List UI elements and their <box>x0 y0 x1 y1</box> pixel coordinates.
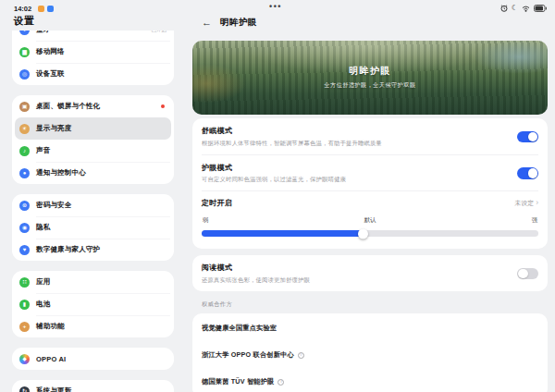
reading-mode-title: 阅读模式 <box>202 263 310 273</box>
sidebar-item-device-connect[interactable]: ◎ 设备互联 <box>12 63 174 85</box>
digital-wellbeing-icon: ♥ <box>19 245 30 255</box>
sidebar-group-connectivity: ∗ 蓝牙 已开启 ▆ 移动网络 ◎ 设备互联 <box>12 31 174 85</box>
eye-care-settings-card: 舒眠模式 根据环境和人体节律特性，智能调节屏幕色温，有助于提升睡眠质量 护眼模式… <box>192 118 548 249</box>
sidebar-item-bluetooth[interactable]: ∗ 蓝牙 已开启 <box>12 31 174 41</box>
partners-card: 视觉健康全国重点实验室 浙江大学 OPPO 联合创新中心 德国莱茵 TÜV 智能… <box>192 313 548 392</box>
password-security-icon: ⊙ <box>19 201 30 211</box>
battery-icon: ▮ <box>19 300 30 310</box>
partner-row-tuv-rheinland[interactable]: 德国莱茵 TÜV 智能护眼 <box>202 369 538 392</box>
status-icons: ☾ <box>500 5 547 12</box>
red-badge-dot <box>161 104 165 108</box>
sleep-mode-desc: 根据环境和人体节律特性，智能调节屏幕色温，有助于提升睡眠质量 <box>202 140 382 148</box>
sidebar-item-accessibility[interactable]: + 辅助功能 <box>12 315 174 337</box>
battery-icon <box>534 5 547 12</box>
privacy-icon: ◉ <box>19 223 30 233</box>
page-title: 设置 <box>14 15 34 28</box>
banner-subtitle: 全方位舒适护眼，全天候守护双眼 <box>192 81 548 90</box>
slider-fill <box>202 230 364 237</box>
sidebar-item-battery[interactable]: ▮ 电池 <box>12 293 174 315</box>
sidebar-item-system-update[interactable]: ↻ 系统与更新 <box>12 380 174 392</box>
sidebar-item-display-brightness[interactable]: ☀ 显示与亮度 <box>15 117 171 140</box>
scheduled-on-row[interactable]: 定时开启 未设定 › <box>202 190 538 214</box>
partners-section-label: 权威合作方 <box>202 300 548 309</box>
sidebar-group-system: ↻ 系统与更新 <box>12 380 174 392</box>
toggle-knob <box>528 168 538 178</box>
sidebar-group-oppo-ai: ◆ OPPO AI <box>12 348 174 370</box>
notification-icons <box>38 6 54 12</box>
app-notification-icon <box>38 6 44 12</box>
strength-slider-track[interactable] <box>202 230 538 237</box>
sound-icon: ♪ <box>19 146 30 156</box>
sidebar-item-digital-wellbeing[interactable]: ♥ 数字健康与家人守护 <box>12 239 174 261</box>
eye-protection-title: 护眼模式 <box>202 163 346 173</box>
sleep-mode-toggle[interactable] <box>517 131 538 143</box>
display-brightness-icon: ☀ <box>19 124 30 134</box>
eye-protection-desc: 可自定义时间和色温强弱，以过滤蓝光，保护眼睛健康 <box>202 176 346 184</box>
eye-protection-toggle[interactable] <box>517 167 538 179</box>
sidebar-item-mobile-network[interactable]: ▆ 移动网络 <box>12 41 174 63</box>
app-notification-icon <box>47 6 54 12</box>
slider-label-weak: 弱 <box>203 216 208 225</box>
partner-row-zju-oppo-center[interactable]: 浙江大学 OPPO 联合创新中心 <box>202 342 538 369</box>
sleep-mode-title: 舒眠模式 <box>202 126 382 136</box>
sidebar-item-personalization[interactable]: ▣ 桌面、锁屏与个性化 <box>12 95 174 117</box>
apps-icon: ∷ <box>19 277 30 288</box>
info-icon[interactable] <box>278 379 284 386</box>
toggle-knob <box>528 132 538 142</box>
accessibility-icon: + <box>19 322 30 332</box>
oppo-ai-icon: ◆ <box>19 354 30 364</box>
scheduled-on-value: 未设定 <box>514 199 534 208</box>
sidebar-item-oppo-ai[interactable]: ◆ OPPO AI <box>12 348 174 370</box>
detail-header: ← 明眸护眼 <box>202 17 257 29</box>
eye-care-hero-banner: 明眸护眼 全方位舒适护眼，全天候守护双眼 <box>192 41 548 115</box>
sleep-mode-row[interactable]: 舒眠模式 根据环境和人体节律特性，智能调节屏幕色温，有助于提升睡眠质量 <box>202 118 538 154</box>
chevron-right-icon: › <box>536 199 538 207</box>
scheduled-on-title: 定时开启 <box>202 198 232 208</box>
slider-label-strong: 强 <box>532 216 537 225</box>
wifi-icon <box>522 5 530 12</box>
reading-mode-row[interactable]: 阅读模式 还原真实纸张色彩，使阅读更加舒缓护眼 <box>202 255 538 291</box>
reading-mode-card: 阅读模式 还原真实纸张色彩，使阅读更加舒缓护眼 <box>192 255 548 291</box>
mobile-network-icon: ▆ <box>19 47 30 57</box>
strength-slider-block: 弱 默认 强 <box>202 214 538 249</box>
back-arrow-icon[interactable]: ← <box>202 18 212 28</box>
eye-protection-row[interactable]: 护眼模式 可自定义时间和色温强弱，以过滤蓝光，保护眼睛健康 <box>202 154 538 191</box>
reading-mode-toggle[interactable] <box>517 268 538 280</box>
clock-time: 14:02 <box>14 5 31 13</box>
sidebar-item-password-security[interactable]: ⊙ 密码与安全 <box>12 194 174 216</box>
personalization-icon: ▣ <box>19 102 30 112</box>
sidebar-item-notifications[interactable]: ● 通知与控制中心 <box>12 162 174 184</box>
eye-care-detail-pane: ••• ☾ ← 明眸护眼 明眸护眼 全方位舒适护眼，全天候守护双眼 <box>190 0 555 392</box>
device-connect-icon: ◎ <box>19 69 30 80</box>
notifications-icon: ● <box>19 168 30 178</box>
more-options-icon[interactable]: ••• <box>269 2 282 11</box>
toggle-knob <box>518 269 528 279</box>
sidebar-item-sound[interactable]: ♪ 声音 <box>12 140 174 162</box>
banner-title: 明眸护眼 <box>192 65 548 78</box>
detail-content: 明眸护眼 全方位舒适护眼，全天候守护双眼 舒眠模式 根据环境和人体节律特性，智能… <box>192 41 548 392</box>
alarm-icon <box>500 5 508 12</box>
sidebar-group-apps: ∷ 应用 ▮ 电池 + 辅助功能 <box>12 271 174 337</box>
bluetooth-icon: ∗ <box>19 31 30 35</box>
reading-mode-desc: 还原真实纸张色彩，使阅读更加舒缓护眼 <box>202 276 310 285</box>
sidebar-scroll-area[interactable]: ∗ 蓝牙 已开启 ▆ 移动网络 ◎ 设备互联 ▣ 桌面、锁屏与个性化 ☀ 显示与… <box>12 31 174 392</box>
sidebar-item-privacy[interactable]: ◉ 隐私 <box>12 216 174 239</box>
do-not-disturb-moon-icon: ☾ <box>512 5 518 12</box>
info-icon[interactable] <box>298 352 304 359</box>
system-update-icon: ↻ <box>19 386 30 392</box>
sidebar-group-display: ▣ 桌面、锁屏与个性化 ☀ 显示与亮度 ♪ 声音 ● 通知与控制中心 <box>12 95 174 184</box>
detail-title: 明眸护眼 <box>220 17 257 29</box>
slider-knob[interactable] <box>358 228 368 239</box>
banner-text: 明眸护眼 全方位舒适护眼，全天候守护双眼 <box>192 65 548 90</box>
sidebar-group-security: ⊙ 密码与安全 ◉ 隐私 ♥ 数字健康与家人守护 <box>12 194 174 261</box>
settings-sidebar: 14:02 设置 ∗ 蓝牙 已开启 ▆ 移动网络 ◎ 设备互联 ▣ 桌面、锁屏与 <box>0 0 185 392</box>
sidebar-item-apps[interactable]: ∷ 应用 <box>12 271 174 293</box>
partner-row-visual-health-lab: 视觉健康全国重点实验室 <box>202 315 538 342</box>
slider-label-default: 默认 <box>364 216 376 225</box>
